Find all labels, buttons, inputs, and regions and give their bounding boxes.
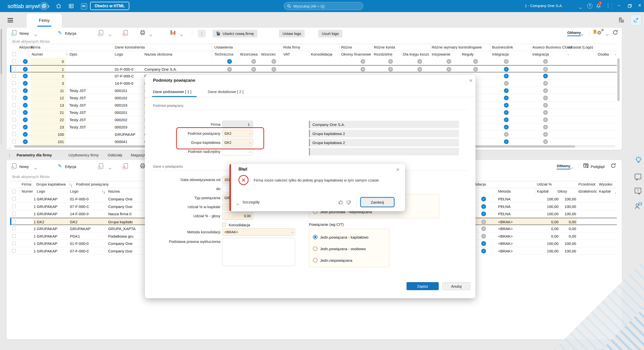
table-row[interactable]: ✓0✓✕✕✕✕✕✕✕✕✕ xyxy=(10,58,617,65)
column-header[interactable]: Logo xyxy=(70,189,78,193)
column-header[interactable]: Logo xyxy=(115,52,123,56)
dialog-close-icon[interactable]: ✕ xyxy=(469,78,473,83)
column-header[interactable]: VAT xyxy=(283,52,290,56)
column-header[interactable]: Nazwa skrócona xyxy=(144,52,172,56)
cancel-button[interactable]: Anuluj xyxy=(442,282,470,290)
column-header[interactable]: Numer xyxy=(22,189,33,193)
column-header[interactable]: Integracja xyxy=(492,52,509,56)
column-sort-icon[interactable]: ↑3 xyxy=(102,189,105,194)
column-header[interactable]: Kapitał xyxy=(599,189,611,193)
header-collapse-icon[interactable] xyxy=(615,52,617,56)
dialog-tab-dane-podstawowe[interactable]: Dane podstawowe [ 1 ] xyxy=(153,90,191,94)
column-header[interactable]: Konsolidacja xyxy=(311,52,332,56)
panel-list-icon[interactable] xyxy=(618,17,625,24)
details-toggle[interactable]: Szczegóły xyxy=(243,200,260,204)
open-html-button[interactable]: Otwórz w HTML xyxy=(90,2,129,10)
row-checkbox[interactable] xyxy=(12,204,16,208)
tab-oddzialy[interactable]: Oddziały xyxy=(108,153,122,157)
details-chevron-icon[interactable] xyxy=(237,201,239,206)
home-icon[interactable] xyxy=(56,3,61,10)
row-checkbox[interactable] xyxy=(12,74,16,78)
column-header[interactable]: Integracja xyxy=(532,52,549,56)
row-checkbox[interactable] xyxy=(12,118,16,121)
column-header[interactable]: Wzorzec xyxy=(261,52,276,56)
tab-uzytkownicy-firmy[interactable]: Użytkownicy firmy xyxy=(68,153,99,157)
thumbs-up-icon[interactable] xyxy=(338,200,343,206)
field2-input-5[interactable]: 0,00 xyxy=(222,212,253,220)
column-header[interactable]: Numer xyxy=(32,52,43,56)
select-all-checkbox[interactable] xyxy=(12,190,16,193)
column-header[interactable]: działalnośc xyxy=(578,189,597,193)
cit-radio-1[interactable] xyxy=(313,235,317,239)
column-header[interactable]: Reguły xyxy=(462,52,474,56)
cit-radio-2[interactable] xyxy=(313,246,317,251)
bottom-tabs-menu-icon[interactable]: ⋮ xyxy=(8,153,12,158)
column-header[interactable]: - xyxy=(568,52,569,56)
minimize-button[interactable]: – xyxy=(618,3,620,8)
column-header[interactable]: Metoda xyxy=(498,189,511,193)
tab-firmy[interactable]: Firmy xyxy=(27,14,62,28)
row-checkbox[interactable] xyxy=(12,132,16,136)
podstawa-prawna-textarea[interactable] xyxy=(222,238,295,266)
feedback-chat-icon[interactable] xyxy=(634,173,642,182)
restore-button[interactable] xyxy=(628,4,631,7)
row-checkbox[interactable] xyxy=(12,103,16,107)
row-checkbox[interactable] xyxy=(12,125,16,129)
column-header[interactable]: Kapitał xyxy=(537,189,548,193)
company-selector[interactable]: 1 - Company One S.A. xyxy=(525,4,563,8)
modules-icon[interactable] xyxy=(40,2,48,10)
column-header[interactable]: Rozdzielne xyxy=(374,52,392,56)
konsolidacja-checkbox[interactable] xyxy=(222,223,226,227)
hscroll-left-icon[interactable] xyxy=(10,145,11,150)
column-header[interactable]: Głosy xyxy=(557,189,567,193)
help-chat-icon[interactable]: ? xyxy=(634,187,642,196)
contact-person-icon[interactable] xyxy=(634,202,642,211)
column-header[interactable]: Opis xyxy=(69,52,77,56)
company-chevron-icon[interactable] xyxy=(580,5,581,10)
group-sort-icon[interactable]: ↑1 xyxy=(69,182,72,187)
share-button[interactable] xyxy=(630,15,641,26)
row-checkbox[interactable] xyxy=(12,227,16,230)
assistant-lightbulb-icon[interactable] xyxy=(634,155,643,165)
save-button[interactable]: Zapisz xyxy=(407,282,439,290)
column-header[interactable]: Osoba xyxy=(598,52,609,56)
page-scrollbar-thumb[interactable] xyxy=(1,29,2,74)
vscrollbar-thumb[interactable] xyxy=(617,58,620,101)
thumbs-down-icon[interactable] xyxy=(346,200,351,206)
help-icon[interactable]: ? xyxy=(587,3,592,9)
column-header[interactable]: Dla kręgu koszt. xyxy=(403,52,430,56)
news-icon[interactable] xyxy=(68,3,74,10)
error-close-button[interactable]: Zamknij xyxy=(361,198,394,207)
table-row[interactable]: ✓101-F-000-0Company One S.A.✕✕✕✕✕✕✕✕✓✕ xyxy=(10,65,617,72)
row-checkbox[interactable] xyxy=(12,197,16,201)
more-menu-icon[interactable]: ⋮ xyxy=(606,3,610,8)
row-checkbox[interactable] xyxy=(12,81,16,85)
column-header[interactable]: Techniczna xyxy=(214,52,233,56)
cit-radio-3[interactable] xyxy=(313,258,317,262)
row-checkbox[interactable] xyxy=(12,59,16,63)
search-input[interactable]: Wyszukaj (Alt + Q) xyxy=(284,2,363,10)
bc-icon[interactable]: BC xyxy=(81,3,87,9)
row-checkbox[interactable] xyxy=(12,241,16,245)
row-checkbox[interactable] xyxy=(12,67,16,71)
column-header[interactable]: Logo xyxy=(37,189,45,193)
error-close-icon[interactable]: ✕ xyxy=(396,167,400,172)
close-window-button[interactable]: ✕ xyxy=(638,3,641,8)
row-checkbox[interactable] xyxy=(12,212,16,215)
column-header[interactable]: Okresy finansowe xyxy=(341,52,371,56)
row-checkbox[interactable] xyxy=(12,220,16,224)
column-header[interactable]: Nazwa xyxy=(108,189,120,193)
row-checkbox[interactable] xyxy=(12,110,16,114)
row-checkbox[interactable] xyxy=(12,249,16,253)
bottom-header-collapse-icon[interactable] xyxy=(615,190,617,195)
menu-icon[interactable] xyxy=(8,17,13,23)
row-checkbox[interactable] xyxy=(12,234,16,238)
tab-parametry-dla-firmy[interactable]: Parametry dla firmy xyxy=(17,153,52,157)
row-checkbox[interactable] xyxy=(12,140,16,143)
metoda-konsolidacji-select[interactable]: <BRAK> xyxy=(222,228,295,236)
select-all-checkbox[interactable] xyxy=(12,52,16,56)
row-checkbox[interactable] xyxy=(12,96,16,100)
column-header[interactable]: Inicjowanie xyxy=(432,52,450,56)
column-header[interactable]: Wzorcowa xyxy=(240,52,258,56)
row-checkbox[interactable] xyxy=(12,89,16,92)
